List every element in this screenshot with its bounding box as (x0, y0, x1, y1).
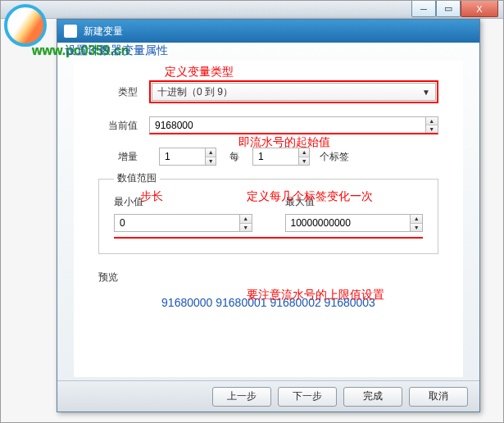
cancel-button[interactable]: 取消 (409, 387, 468, 407)
increment-row: 增量 ▲ ▼ 每 ▲ ▼ (98, 148, 438, 166)
per-spinner[interactable]: ▲ ▼ (252, 148, 310, 166)
prev-button[interactable]: 上一步 (212, 387, 271, 407)
increment-spinner[interactable]: ▲ ▼ (159, 148, 216, 166)
chevron-down-icon: ▼ (422, 88, 430, 97)
wizard-content: 类型 十进制（0 到 9） ▼ 当前值 ▲ (74, 61, 463, 377)
page-header: 设置计数器变量属性 (65, 43, 168, 58)
outer-window: ─ ▭ X 界园 www.pc0359.cn 新建变量 类型 十进制（0 到 9… (0, 0, 504, 423)
spin-up-icon[interactable]: ▲ (206, 148, 216, 157)
per-spinner-arrows: ▲ ▼ (298, 148, 309, 165)
current-spinner-arrows: ▲ ▼ (425, 117, 438, 133)
per-label: 每 (226, 150, 243, 164)
window-controls: ─ ▭ X (411, 1, 498, 17)
current-value-input[interactable] (150, 117, 425, 133)
min-input[interactable] (115, 215, 239, 231)
min-label: 最小值 (114, 195, 252, 209)
annotation-type: 定义变量类型 (165, 65, 234, 80)
close-button[interactable]: X (461, 1, 498, 17)
spin-down-icon[interactable]: ▼ (426, 125, 438, 133)
increment-input[interactable] (160, 148, 205, 165)
spin-up-icon[interactable]: ▲ (411, 215, 422, 224)
wizard-titlebar[interactable]: 新建变量 (57, 20, 479, 43)
type-select[interactable]: 十进制（0 到 9） ▼ (152, 83, 436, 101)
range-highlight-underline (114, 237, 423, 239)
spin-up-icon[interactable]: ▲ (240, 215, 252, 224)
next-button[interactable]: 下一步 (278, 387, 337, 407)
max-spinner-arrows: ▲ ▼ (410, 215, 422, 231)
range-legend: 数值范围 (114, 171, 160, 185)
spin-down-icon[interactable]: ▼ (299, 157, 309, 166)
wizard-footer: 上一步 下一步 完成 取消 (57, 380, 479, 412)
type-select-value: 十进制（0 到 9） (157, 85, 233, 99)
type-highlight-box: 十进制（0 到 9） ▼ (149, 80, 438, 103)
current-label: 当前值 (98, 119, 138, 133)
increment-label: 增量 (98, 150, 138, 164)
type-label: 类型 (98, 85, 138, 99)
annotation-step: 步长 (140, 189, 163, 204)
min-spinner[interactable]: ▲ ▼ (114, 214, 252, 232)
increment-spinner-arrows: ▲ ▼ (205, 148, 216, 165)
min-col: 最小值 ▲ ▼ (114, 195, 252, 232)
annotation-limit: 要注意流水号的上限值设置 (247, 288, 384, 302)
wizard-icon (64, 25, 77, 38)
wizard-title: 新建变量 (84, 25, 123, 39)
wizard-window: 新建变量 类型 十进制（0 到 9） ▼ 当前值 (57, 19, 480, 412)
logo-circle-icon (4, 4, 47, 47)
max-spinner[interactable]: ▲ ▼ (285, 214, 424, 232)
preview-label: 预览 (98, 271, 438, 284)
maximize-button[interactable]: ▭ (436, 1, 461, 17)
min-spinner-arrows: ▲ ▼ (239, 215, 252, 231)
max-input[interactable] (286, 215, 411, 231)
annotation-current: 即流水号的起始值 (238, 135, 330, 150)
spin-down-icon[interactable]: ▼ (240, 224, 252, 232)
per-input[interactable] (253, 148, 298, 165)
spin-down-icon[interactable]: ▼ (411, 224, 422, 232)
annotation-per: 定义每几个标签变化一次 (247, 189, 373, 204)
spin-down-icon[interactable]: ▼ (206, 157, 216, 166)
spin-up-icon[interactable]: ▲ (426, 117, 438, 125)
finish-button[interactable]: 完成 (343, 387, 402, 407)
type-row: 类型 十进制（0 到 9） ▼ (98, 80, 438, 103)
current-value-spinner[interactable]: ▲ ▼ (149, 116, 438, 134)
minimize-button[interactable]: ─ (411, 1, 436, 17)
per-unit: 个标签 (320, 150, 349, 164)
current-row: 当前值 ▲ ▼ (98, 116, 438, 134)
